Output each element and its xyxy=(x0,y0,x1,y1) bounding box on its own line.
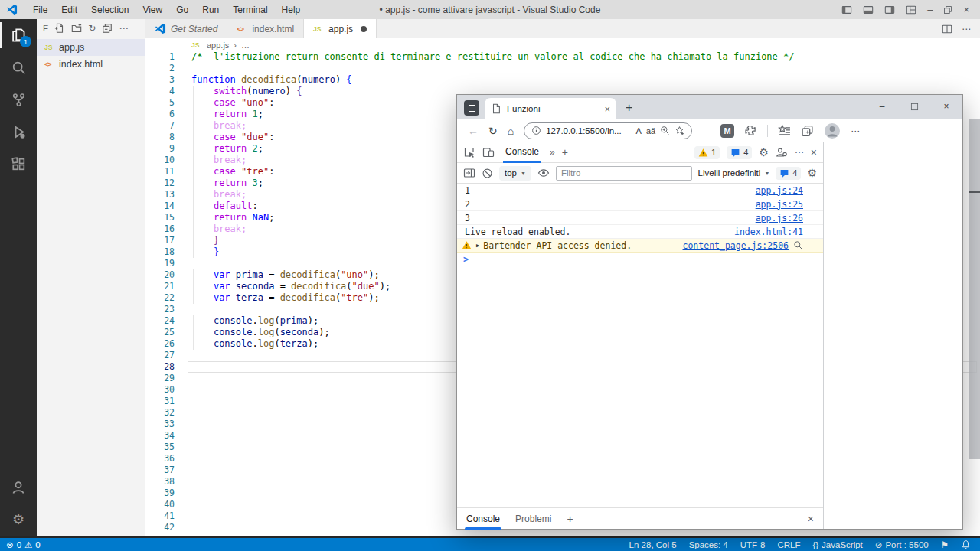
code-text[interactable] xyxy=(175,407,191,419)
code-text[interactable]: /* l'istruzione return consente di termi… xyxy=(175,51,794,63)
code-text[interactable] xyxy=(175,430,191,442)
activity-search[interactable] xyxy=(0,51,37,83)
code-line[interactable]: 3function decodifica(numero) { xyxy=(145,74,980,86)
source-link[interactable]: index.html:41 xyxy=(734,227,803,237)
line-number[interactable]: 20 xyxy=(145,269,175,281)
activity-source-control[interactable] xyxy=(0,83,37,116)
device-emulation-icon[interactable] xyxy=(482,146,495,158)
code-text[interactable] xyxy=(175,453,191,465)
warnings-count[interactable]: 0 xyxy=(35,540,40,549)
status-live-server-port[interactable]: ⊘ Port : 5500 xyxy=(875,540,929,550)
add-drawer-tab-icon[interactable]: + xyxy=(567,513,573,525)
activity-settings[interactable]: ⚙ xyxy=(0,504,37,536)
devtools-settings-icon[interactable]: ⚙ xyxy=(759,146,769,158)
activity-run-debug[interactable] xyxy=(0,116,37,148)
vscode-minimize-button[interactable]: – xyxy=(927,4,933,15)
activity-accounts[interactable] xyxy=(0,471,37,504)
read-aloud-icon[interactable]: A xyxy=(636,126,642,135)
home-icon[interactable]: ⌂ xyxy=(508,125,514,137)
search-similar-icon[interactable] xyxy=(793,240,803,250)
code-text[interactable] xyxy=(175,384,191,396)
address-bar[interactable]: 127.0.0.1:5500/in... A aä xyxy=(524,122,692,139)
line-number[interactable]: 13 xyxy=(145,189,175,201)
menu-item-view[interactable]: View xyxy=(136,5,169,15)
code-text[interactable]: default: xyxy=(175,201,258,212)
edge-maximize-button[interactable] xyxy=(898,95,930,118)
line-number[interactable]: 30 xyxy=(145,384,175,396)
inspect-element-icon[interactable] xyxy=(463,146,475,158)
code-text[interactable]: break; xyxy=(175,223,247,235)
line-number[interactable]: 33 xyxy=(145,419,175,430)
new-tab-button[interactable]: + xyxy=(626,101,632,115)
tab-close-icon[interactable]: × xyxy=(604,103,610,115)
devtools-more-icon[interactable]: ⋯ xyxy=(795,147,804,158)
context-selector[interactable]: top ▼ xyxy=(499,166,531,181)
code-text[interactable]: break; xyxy=(175,189,247,201)
expand-icon[interactable]: ▶ xyxy=(476,243,479,249)
line-number[interactable]: 22 xyxy=(145,292,175,304)
console-prompt[interactable]: > xyxy=(457,253,823,266)
devtools-feedback-icon[interactable] xyxy=(776,146,788,158)
toggle-panel-icon[interactable] xyxy=(863,5,874,15)
vscode-restore-button[interactable] xyxy=(943,5,952,15)
line-number[interactable]: 16 xyxy=(145,223,175,235)
console-filter-input[interactable] xyxy=(556,166,692,181)
live-expression-eye-icon[interactable] xyxy=(537,167,550,179)
errors-count[interactable]: 0 xyxy=(17,540,21,549)
editor-tab-app-js[interactable]: JSapp.js xyxy=(304,19,377,38)
code-text[interactable] xyxy=(175,63,191,74)
code-text[interactable] xyxy=(175,350,191,361)
status-encoding[interactable]: UTF-8 xyxy=(740,540,766,549)
editor-scrollbar[interactable] xyxy=(969,119,980,459)
vscode-close-button[interactable]: × xyxy=(963,4,969,15)
translate-icon[interactable]: aä xyxy=(646,126,655,135)
more-tabs-icon[interactable]: » xyxy=(550,147,555,158)
edge-close-button[interactable]: × xyxy=(930,95,962,118)
code-text[interactable] xyxy=(175,373,191,384)
vertical-tabs-icon[interactable] xyxy=(464,100,479,116)
line-number[interactable]: 38 xyxy=(145,476,175,487)
menu-item-help[interactable]: Help xyxy=(275,5,308,15)
line-number[interactable]: 18 xyxy=(145,246,175,258)
drawer-close-icon[interactable]: × xyxy=(808,513,814,525)
line-number[interactable]: 8 xyxy=(145,132,175,143)
line-number[interactable]: 34 xyxy=(145,430,175,442)
code-text[interactable] xyxy=(175,361,191,373)
menu-item-file[interactable]: File xyxy=(26,5,54,15)
warnings-icon[interactable]: ⚠ xyxy=(24,540,32,550)
code-line[interactable]: 2 xyxy=(145,63,980,74)
line-number[interactable]: 3 xyxy=(145,74,175,86)
line-number[interactable]: 6 xyxy=(145,109,175,120)
drawer-tab-problemi[interactable]: Problemi xyxy=(515,508,551,530)
code-text[interactable]: return NaN; xyxy=(175,212,274,223)
url-text[interactable]: 127.0.0.1:5500/in... xyxy=(546,126,631,135)
notifications-bell-icon[interactable] xyxy=(961,540,971,549)
line-number[interactable]: 27 xyxy=(145,350,175,361)
breadcrumb[interactable]: JS app.js › … xyxy=(145,38,980,51)
errors-icon[interactable]: ⊗ xyxy=(6,540,14,550)
customize-layout-icon[interactable] xyxy=(906,5,916,15)
code-text[interactable]: break; xyxy=(175,155,247,166)
status-eol[interactable]: CRLF xyxy=(777,540,800,549)
refresh-icon[interactable]: ↻ xyxy=(488,125,498,137)
code-text[interactable] xyxy=(175,476,191,487)
collections-icon[interactable] xyxy=(801,124,814,137)
code-line[interactable]: 1/* l'istruzione return consente di term… xyxy=(145,51,980,63)
extension-m-icon[interactable]: M xyxy=(720,124,734,138)
code-text[interactable]: var terza = decodifica("tre"); xyxy=(175,292,380,304)
new-file-icon[interactable] xyxy=(54,23,65,34)
extensions-puzzle-icon[interactable] xyxy=(744,124,757,137)
activity-extensions[interactable] xyxy=(0,148,37,180)
activity-explorer[interactable]: 1 xyxy=(0,19,37,51)
line-number[interactable]: 39 xyxy=(145,487,175,499)
browser-tab-title[interactable]: Funzioni xyxy=(507,104,599,113)
devtools-close-icon[interactable]: × xyxy=(811,146,817,158)
code-text[interactable]: } xyxy=(175,235,219,246)
code-text[interactable]: return 3; xyxy=(175,178,263,189)
line-number[interactable]: 12 xyxy=(145,178,175,189)
code-text[interactable]: return 1; xyxy=(175,109,263,120)
code-text[interactable] xyxy=(175,465,191,476)
line-number[interactable]: 40 xyxy=(145,499,175,510)
line-number[interactable]: 41 xyxy=(145,510,175,522)
line-number[interactable]: 23 xyxy=(145,304,175,315)
